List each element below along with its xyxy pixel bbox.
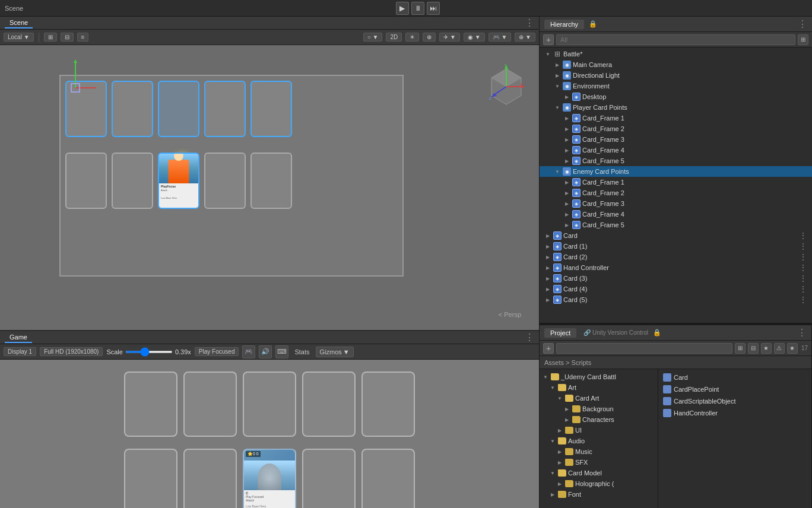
step-button[interactable]: ⏭	[427, 2, 440, 15]
hierarchy-item-card-5[interactable]: ◈Card (5)⋮	[540, 294, 812, 305]
folder-item-8[interactable]: SFX	[540, 457, 658, 468]
rotate-tool-btn[interactable]: ⊟	[61, 33, 74, 42]
folder-item-2[interactable]: Card Art	[540, 393, 658, 404]
tab-scene[interactable]: Scene	[5, 18, 33, 28]
move-tool-btn[interactable]: ⊞	[44, 33, 57, 42]
hierarchy-item-main-camera[interactable]: ◉Main Camera	[540, 59, 812, 70]
hierarchy-search[interactable]	[556, 34, 795, 45]
pause-button[interactable]: ⏸	[411, 2, 424, 15]
light-btn[interactable]: ☀	[405, 33, 419, 42]
scale-tool-btn[interactable]: ≡	[77, 33, 89, 42]
unity-vc-tab[interactable]: 🔗 Unity Version Control	[583, 329, 648, 336]
player-card-slot-4[interactable]	[204, 153, 246, 209]
hierarchy-item-dir-light[interactable]: ◉Directional Light	[540, 70, 812, 81]
tab-project[interactable]: Project	[544, 328, 576, 338]
keyboard-icon[interactable]: ⌨	[275, 345, 288, 358]
hierarchy-item-card[interactable]: ◈Card⋮	[540, 230, 812, 241]
folder-item-6[interactable]: Audio	[540, 436, 658, 446]
game-enemy-card-4[interactable]	[302, 372, 356, 437]
player-card-slot-5[interactable]	[250, 153, 292, 209]
tree-dots-card-5[interactable]: ⋮	[799, 295, 812, 304]
project-icon-3[interactable]: ★	[761, 343, 772, 354]
hierarchy-item-ecard-frame-3[interactable]: ◈Card_Frame 3	[540, 198, 812, 209]
transform-local-btn[interactable]: Local ▼	[4, 33, 34, 42]
folder-item-9[interactable]: Card Model	[540, 468, 658, 478]
hierarchy-item-card-2[interactable]: ◈Card (2)⋮	[540, 252, 812, 262]
game-player-card-5[interactable]	[361, 449, 415, 508]
hierarchy-item-hand-controller[interactable]: ◈Hand Controller⋮	[540, 262, 812, 273]
hierarchy-item-ecard-frame-1[interactable]: ◈Card_Frame 1	[540, 177, 812, 188]
lock-icon[interactable]: 🔒	[589, 20, 597, 28]
hierarchy-item-card-frame-1[interactable]: ◈Card_Frame 1	[540, 113, 812, 123]
folder-item-4[interactable]: Characters	[540, 414, 658, 425]
game-controller-icon[interactable]: 🎮	[242, 345, 255, 358]
camera-btn[interactable]: 🎮 ▼	[489, 33, 512, 42]
enemy-card-slot-2[interactable]	[112, 81, 153, 137]
tab-hierarchy[interactable]: Hierarchy	[544, 20, 584, 29]
folder-item-11[interactable]: Font	[540, 489, 658, 500]
project-icon-1[interactable]: ⊞	[735, 343, 746, 354]
tree-dots-card-2[interactable]: ⋮	[799, 252, 812, 262]
scene-more-btn[interactable]: ⋮	[525, 18, 534, 28]
game-enemy-card-1[interactable]	[124, 372, 177, 437]
project-icon-5[interactable]: ★	[787, 343, 798, 354]
hierarchy-item-battle[interactable]: ⊞Battle*	[540, 49, 812, 59]
player-card-slot-3-active[interactable]: ⭐0 0 PlayFocus	[158, 153, 199, 209]
game-enemy-card-5[interactable]	[361, 372, 415, 437]
hierarchy-item-card-frame-4[interactable]: ◈Card_Frame 4	[540, 145, 812, 155]
hierarchy-item-environment[interactable]: ◉Environment	[540, 81, 812, 91]
resolution-select[interactable]: Full HD (1920x1080)	[40, 347, 103, 356]
project-add-btn[interactable]: +	[543, 343, 554, 354]
script-item-handcontroller[interactable]: HandController	[661, 407, 809, 419]
stats-btn[interactable]: Stats	[292, 347, 312, 357]
hierarchy-add-btn[interactable]: +	[543, 34, 554, 45]
hierarchy-more-btn[interactable]: ⋮	[798, 20, 807, 29]
folder-item-1[interactable]: Art	[540, 382, 658, 393]
hierarchy-item-card-frame-5[interactable]: ◈Card_Frame 5	[540, 155, 812, 166]
hierarchy-item-ecard-frame-2[interactable]: ◈Card_Frame 2	[540, 188, 812, 198]
hierarchy-item-card-4[interactable]: ◈Card (4)⋮	[540, 284, 812, 294]
tree-dots-card-1[interactable]: ⋮	[799, 242, 812, 251]
game-player-card-4[interactable]	[302, 449, 356, 508]
audio-btn[interactable]: ⊕	[423, 33, 436, 42]
enemy-card-slot-3[interactable]	[158, 81, 199, 137]
grid-btn[interactable]: ⊕ ▼	[515, 33, 535, 42]
scale-slider[interactable]	[125, 351, 173, 353]
gizmos-btn[interactable]: Gizmos ▼	[316, 347, 354, 357]
player-card-slot-2[interactable]	[112, 153, 153, 209]
hidden-btn[interactable]: ◉ ▼	[464, 33, 485, 42]
hierarchy-item-desktop[interactable]: ◈Desktop	[540, 91, 812, 102]
audio-icon[interactable]: 🔊	[259, 345, 272, 358]
game-more-btn[interactable]: ⋮	[525, 333, 534, 342]
hierarchy-item-card-frame-2[interactable]: ◈Card_Frame 2	[540, 123, 812, 134]
project-icon-2[interactable]: ⊟	[748, 343, 759, 354]
enemy-card-slot-5[interactable]	[250, 81, 292, 137]
tab-game[interactable]: Game	[5, 332, 32, 343]
tree-dots-card-4[interactable]: ⋮	[799, 284, 812, 294]
tree-dots-card[interactable]: ⋮	[799, 231, 812, 240]
folder-item-0[interactable]: _Udemy Card Battl	[540, 372, 658, 382]
folder-item-5[interactable]: UI	[540, 425, 658, 436]
display-select[interactable]: Display 1	[4, 347, 36, 356]
script-item-cardscriptableobject[interactable]: CardScriptableObject	[661, 395, 809, 407]
script-item-card[interactable]: Card	[661, 372, 809, 383]
play-focused-btn[interactable]: Play Focused	[195, 347, 239, 356]
game-enemy-card-2[interactable]	[183, 372, 237, 437]
hierarchy-item-ecard-frame-4[interactable]: ◈Card_Frame 4	[540, 209, 812, 220]
hierarchy-item-enemy-card-points[interactable]: ◉Enemy Card Points	[540, 166, 812, 177]
scene-canvas[interactable]: x y z	[0, 45, 539, 330]
game-canvas[interactable]: ⭐0 0 C Play Focused Attack Low Base Hero	[0, 360, 539, 508]
tree-dots-hand-controller[interactable]: ⋮	[799, 263, 812, 272]
script-item-cardplacepoint[interactable]: CardPlacePoint	[661, 383, 809, 395]
project-more-btn[interactable]: ⋮	[797, 328, 807, 338]
hierarchy-item-card-1[interactable]: ◈Card (1)⋮	[540, 241, 812, 252]
gizmo-circle-btn[interactable]: ○ ▼	[363, 33, 383, 42]
effects-btn[interactable]: ✈ ▼	[439, 33, 460, 42]
game-player-card-3-active[interactable]: ⭐0 0 C Play Focused Attack Low Base Hero	[243, 449, 296, 508]
folder-item-7[interactable]: Music	[540, 446, 658, 457]
enemy-card-slot-4[interactable]	[204, 81, 246, 137]
hierarchy-item-card-3[interactable]: ◈Card (3)⋮	[540, 273, 812, 284]
tree-dots-card-3[interactable]: ⋮	[799, 274, 812, 283]
hierarchy-filter-btn[interactable]: ⊞	[798, 34, 808, 45]
folder-item-10[interactable]: Holographic (	[540, 478, 658, 489]
